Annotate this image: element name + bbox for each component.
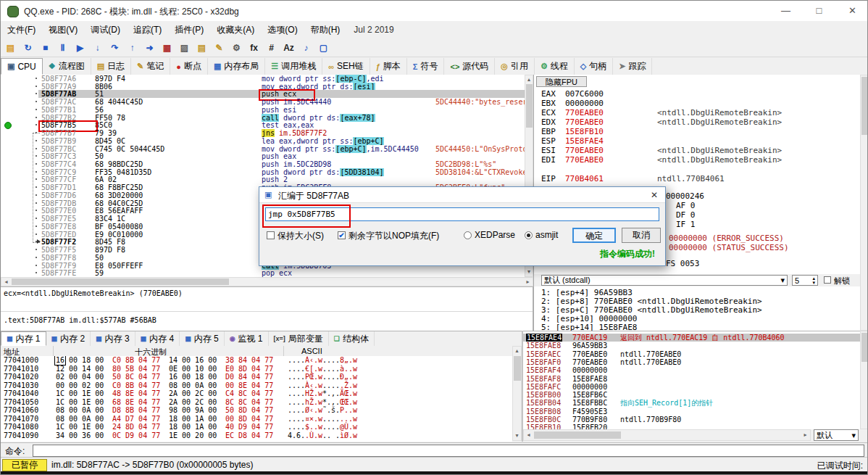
- dialog-titlebar[interactable]: ▣ 汇编于 5D8F77AB ✕: [259, 187, 665, 203]
- minimize-button[interactable]: —: [769, 1, 802, 21]
- memory-hex-group[interactable]: 2A 00 2C 00: [169, 389, 217, 397]
- settings-icon[interactable]: ⚙: [228, 40, 245, 56]
- memory-address[interactable]: 77041020: [4, 373, 38, 381]
- disasm-instruction[interactable]: push im.5DC44440: [262, 98, 331, 106]
- disasm-address[interactable]: 5D8F77F8: [41, 254, 76, 262]
- keep-size-checkbox[interactable]: [267, 231, 275, 239]
- register-text[interactable]: 007C6000: [565, 90, 604, 99]
- disasm-bytes[interactable]: 59: [95, 269, 104, 277]
- stack-value[interactable]: 770EAC19: [572, 334, 607, 342]
- stack-address[interactable]: 15E8FB04: [526, 399, 561, 407]
- scroll-up-icon[interactable]: ▴: [513, 347, 521, 355]
- memory-hex-group[interactable]: 38 84 04 77: [225, 356, 273, 364]
- register-text[interactable]: ECX: [541, 109, 556, 117]
- calling-convention-select[interactable]: 默认 (stdcall) ▾: [541, 275, 788, 286]
- menu-item[interactable]: 收藏夹(A): [210, 22, 261, 38]
- tab-script[interactable]: ƒ脚本: [370, 58, 407, 75]
- stack-freeze-select[interactable]: 默认 ▾: [814, 429, 859, 441]
- memory-hex-group[interactable]: C4 8C 04 77: [225, 389, 273, 397]
- stack-value[interactable]: 15E8FB6C: [572, 391, 607, 399]
- register-text[interactable]: EDX: [541, 118, 556, 127]
- memory-hex-group[interactable]: 98 00 9A 00: [169, 406, 217, 414]
- stack-value[interactable]: 00000000: [572, 366, 607, 374]
- ok-button[interactable]: 确定: [572, 228, 616, 243]
- register-text[interactable]: FS 0053: [666, 260, 699, 268]
- stack-address[interactable]: 15E8FB08: [526, 408, 561, 416]
- tab-symbols[interactable]: Σ符号: [407, 58, 445, 75]
- xedparse-radio[interactable]: [464, 231, 472, 239]
- tab-memory-map[interactable]: ▦内存布局: [208, 58, 265, 75]
- tab-cpu[interactable]: ▣CPU: [1, 58, 43, 75]
- stack-address[interactable]: 15E8FAF4: [526, 366, 561, 374]
- memory-hex-group[interactable]: 08 00 0A 00: [56, 415, 104, 423]
- register-text[interactable]: 770EABE0: [565, 109, 604, 117]
- disasm-address[interactable]: 5D8F77AC: [41, 98, 76, 106]
- scroll-right-icon[interactable]: ▸: [523, 278, 533, 286]
- disasm-address[interactable]: 5D8F77CF: [41, 175, 76, 183]
- tab-dump-4[interactable]: ▦内存 4: [135, 331, 180, 346]
- memory-hex-group[interactable]: 1C 00 1E 00: [56, 398, 104, 406]
- stack-value[interactable]: 96A59BB3: [572, 342, 607, 350]
- disasm-bytes[interactable]: 897D F8: [95, 246, 125, 254]
- disasm-instruction[interactable]: push im.5DC2BD98: [262, 160, 331, 168]
- tab-handles[interactable]: ◇句柄: [575, 58, 613, 75]
- memory-hex-group[interactable]: 34 00 36 00: [56, 431, 104, 439]
- tab-dump-1[interactable]: ▦内存 1: [1, 331, 46, 346]
- scroll-left-icon[interactable]: ◂: [1, 278, 11, 286]
- dialog-close-icon[interactable]: ✕: [643, 187, 665, 203]
- memory-hex-group[interactable]: D0 84 04 77: [225, 373, 273, 381]
- menu-item[interactable]: 帮助(H): [304, 22, 347, 38]
- memory-hex-group[interactable]: 16 00 18 00: [169, 373, 217, 381]
- tab-watch-1[interactable]: ◉监视 1: [225, 331, 269, 346]
- register-text[interactable]: AF 0: [676, 202, 696, 210]
- memory-hex-group[interactable]: E0 8D 04 77: [225, 365, 273, 373]
- menu-item[interactable]: 追踪(T): [127, 22, 168, 38]
- stack-view[interactable]: 15E8FAE4770EAC19返回到 ntdll.770EAC19 自 ntd…: [523, 331, 860, 429]
- disasm-bytes[interactable]: 51: [95, 90, 104, 98]
- memory-hex-group[interactable]: 0E 00 10 00: [169, 365, 217, 373]
- memory-hex-group[interactable]: 1E 00 20 00: [169, 431, 217, 439]
- stack-address[interactable]: 15E8FB0C: [526, 416, 561, 424]
- stack-value[interactable]: 770EABE0: [572, 358, 607, 366]
- stack-value[interactable]: 15E8FBBC: [572, 399, 607, 407]
- stack-value[interactable]: 770B9F80: [572, 416, 607, 424]
- disasm-hscrollbar[interactable]: ◂ ▸: [1, 277, 533, 286]
- pause-icon[interactable]: Ⅱ: [54, 40, 71, 56]
- disasm-bytes[interactable]: 6A 02: [95, 175, 117, 183]
- disasm-bytes[interactable]: 897D F4: [95, 75, 125, 83]
- register-text[interactable]: 15E8FB10: [565, 128, 604, 136]
- register-text[interactable]: IF 1: [676, 220, 696, 229]
- cancel-button[interactable]: 取消: [622, 228, 661, 243]
- stack-value[interactable]: 770EABE0: [572, 350, 607, 358]
- register-text[interactable]: EDI: [541, 156, 556, 165]
- stack-address[interactable]: 15E8FB00: [526, 391, 561, 399]
- close-button[interactable]: ✕: [836, 1, 868, 21]
- disasm-bytes[interactable]: 79 39: [95, 129, 117, 137]
- memory-address[interactable]: 77041090: [4, 431, 38, 439]
- tab-graph[interactable]: ❖流程图: [43, 58, 91, 75]
- menu-item[interactable]: 视图(V): [42, 22, 84, 38]
- memory-hex-group[interactable]: 50 8D 04 77: [225, 406, 273, 414]
- register-text[interactable]: 770EABE0: [565, 118, 604, 127]
- scroll-thumb[interactable]: [514, 356, 521, 381]
- register-text[interactable]: EIP: [541, 175, 556, 183]
- stack-hscrollbar[interactable]: ◂ ▸: [523, 429, 811, 441]
- memory-hex-group[interactable]: 40 D9 04 77: [225, 423, 273, 431]
- disasm-bytes[interactable]: 8D45 0C: [95, 137, 125, 145]
- disasm-bytes[interactable]: 68 F8BFC25D: [95, 183, 143, 191]
- register-text[interactable]: <ntdll.DbgUiRemoteBreakin>: [657, 146, 782, 155]
- memory-hex-group[interactable]: C0 8B 04 77: [112, 381, 160, 389]
- disasm-address[interactable]: 5D8F77B1: [41, 106, 76, 114]
- disasm-bytes[interactable]: 68 98BDC25D: [95, 160, 143, 168]
- memory-hex-group[interactable]: 02 00 04 00: [56, 373, 104, 381]
- tab-trace[interactable]: ➤跟踪: [613, 58, 652, 75]
- memory-hex-group[interactable]: 08 00 0A 00: [56, 406, 104, 414]
- tab-log[interactable]: ▤日志: [91, 58, 131, 75]
- register-text[interactable]: 00000000 (ERROR_SUCCESS): [669, 234, 784, 243]
- disasm-address[interactable]: 5D8F77C3: [41, 152, 76, 160]
- stack-value[interactable]: 15E8FAE8: [572, 375, 607, 383]
- register-text[interactable]: <ntdll.DbgUiRemoteBreakin>: [657, 118, 782, 127]
- memory-hex-group[interactable]: 12 00 14 00: [56, 365, 104, 373]
- memory-dump-view[interactable]: 7704100016 00 18 00C0 8B 04 7714 00 16 0…: [1, 356, 512, 442]
- stack-address[interactable]: 15E8FAE8: [526, 342, 561, 350]
